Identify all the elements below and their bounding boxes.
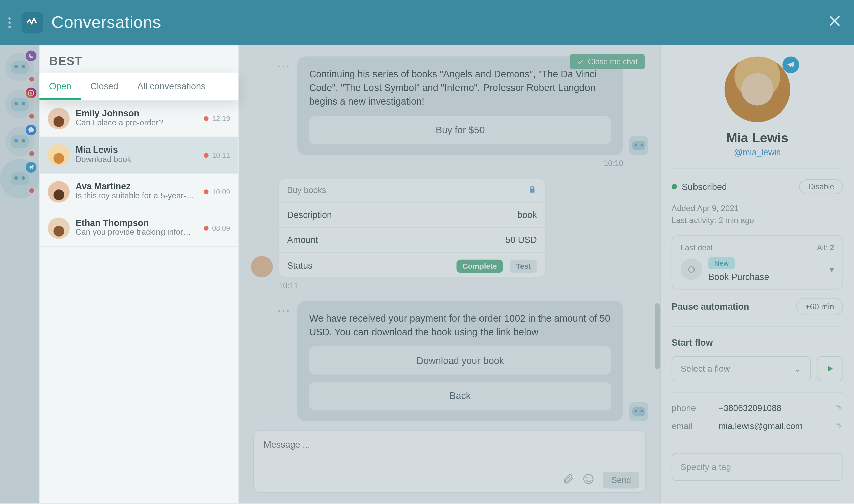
channel-rail <box>0 46 39 503</box>
message-time: 10:11 <box>278 281 545 290</box>
app-header: Conversations <box>0 0 854 46</box>
conv-preview: Download book <box>76 155 198 164</box>
bot-message: We have received your payment for the or… <box>297 301 623 421</box>
conv-preview: Is this toy suitable for a 5-year-old? <box>76 191 198 200</box>
close-chat-label: Close the chat <box>588 57 638 66</box>
deal-card[interactable]: Last deal All: 2 O New Book Purchase ▾ <box>672 235 843 289</box>
deal-name: Book Purchase <box>708 271 823 281</box>
rail-bot-telegram[interactable] <box>5 164 34 193</box>
deal-new-badge: New <box>708 257 734 269</box>
conversation-item[interactable]: Mia LewisDownload book 10:11 <box>39 137 238 174</box>
unread-dot <box>204 226 208 231</box>
flow-select[interactable]: Select a flow ⌄ <box>672 356 811 381</box>
tag-placeholder: Specify a tag <box>681 462 731 471</box>
conversation-item[interactable]: Emily JohnsonCan I place a pre-order? 12… <box>39 101 238 137</box>
disable-button[interactable]: Disable <box>799 179 843 194</box>
chevron-down-icon: ⌄ <box>794 363 801 373</box>
profile-handle[interactable]: @mia_lewis <box>734 147 781 157</box>
card-key: Amount <box>287 235 318 245</box>
back-button[interactable]: Back <box>309 382 611 410</box>
close-icon[interactable] <box>824 10 846 36</box>
email-value: mia.lewis@gmail.com <box>719 421 803 431</box>
profile-avatar <box>725 56 791 122</box>
unread-dot <box>204 116 208 121</box>
start-flow-button[interactable] <box>817 356 843 381</box>
unread-dot <box>28 187 35 194</box>
conv-time: 12:19 <box>212 114 230 123</box>
unread-dot <box>204 189 208 194</box>
last-activity: Last activity: 2 min ago <box>672 215 843 227</box>
scrollbar-thumb[interactable] <box>655 303 660 369</box>
lock-icon <box>527 184 537 196</box>
rail-bot-viber[interactable] <box>5 53 34 82</box>
status-complete-badge: Complete <box>457 259 503 272</box>
unread-dot <box>28 150 35 157</box>
chevron-down-icon[interactable]: ▾ <box>829 264 834 275</box>
header-menu-icon[interactable] <box>8 17 16 28</box>
flow-placeholder: Select a flow <box>681 363 730 373</box>
deal-all-label: All: <box>817 243 828 252</box>
user-avatar <box>251 256 273 277</box>
telegram-icon <box>25 162 36 173</box>
tag-input[interactable]: Specify a tag <box>672 453 843 480</box>
attach-icon[interactable] <box>562 473 574 487</box>
unread-dot <box>28 76 35 83</box>
pause-60-button[interactable]: +60 min <box>796 298 843 315</box>
svg-rect-0 <box>29 91 33 95</box>
phone-key: phone <box>672 403 719 413</box>
subscribed-label: Subscribed <box>682 182 727 192</box>
unread-dot <box>28 113 35 120</box>
rail-bot-instagram[interactable] <box>5 90 34 119</box>
emoji-icon[interactable] <box>582 473 595 487</box>
svg-point-3 <box>586 477 588 479</box>
card-title: Buy books <box>287 185 326 195</box>
conversation-tabs: Open Closed All conversations <box>39 73 238 101</box>
online-dot-icon <box>672 184 677 189</box>
avatar <box>48 144 70 166</box>
messenger-icon <box>25 125 36 136</box>
conv-time: 10:11 <box>212 151 230 160</box>
conv-name: Emily Johnson <box>76 108 198 118</box>
instagram-icon <box>25 88 36 98</box>
edit-icon[interactable]: ✎ <box>835 403 843 413</box>
message-text: We have received your payment for the or… <box>309 311 611 339</box>
card-key: Description <box>287 210 332 220</box>
download-button[interactable]: Download your book <box>309 346 611 375</box>
pause-automation-label: Pause automation <box>672 301 749 311</box>
message-time: 10:10 <box>603 159 623 167</box>
email-key: email <box>672 421 719 431</box>
message-menu-icon[interactable]: ⋯ <box>277 59 291 75</box>
avatar <box>48 217 70 239</box>
conversation-item[interactable]: Ethan ThompsonCan you provide tracking i… <box>39 210 238 247</box>
start-flow-label: Start flow <box>672 337 843 347</box>
buy-button[interactable]: Buy for $50 <box>309 116 611 144</box>
message-menu-icon[interactable]: ⋯ <box>277 303 291 319</box>
svg-point-1 <box>30 92 32 94</box>
tab-all[interactable]: All conversations <box>128 73 215 100</box>
added-date: Added Apr 9, 2021 <box>672 203 843 215</box>
details-column: Mia Lewis @mia_lewis Subscribed Disable … <box>660 46 854 503</box>
edit-icon[interactable]: ✎ <box>835 421 843 431</box>
tab-closed[interactable]: Closed <box>80 73 128 100</box>
message-input[interactable] <box>254 431 646 468</box>
conv-preview: Can I place a pre-order? <box>76 118 198 127</box>
close-chat-button[interactable]: Close the chat <box>570 54 645 69</box>
deal-avatar: O <box>681 258 703 280</box>
tab-open[interactable]: Open <box>39 73 80 100</box>
conversation-column: BEST Open Closed All conversations Emily… <box>39 46 239 503</box>
send-button[interactable]: Send <box>603 471 639 488</box>
conv-preview: Can you provide tracking informa... <box>76 228 198 237</box>
message-composer: Send <box>253 430 646 493</box>
conv-name: Mia Lewis <box>76 144 198 155</box>
rail-bot-messenger[interactable] <box>5 127 34 156</box>
group-header: BEST <box>39 46 238 73</box>
card-val: book <box>517 210 537 220</box>
viber-icon <box>25 51 36 61</box>
card-val: 50 USD <box>505 235 537 245</box>
bot-avatar-icon <box>629 402 648 421</box>
conv-name: Ava Martinez <box>76 181 198 191</box>
svg-point-4 <box>589 477 591 479</box>
conversation-item[interactable]: Ava MartinezIs this toy suitable for a 5… <box>39 174 238 210</box>
app-logo <box>22 12 43 34</box>
message-text: Continuing his series of books "Angels a… <box>309 67 611 109</box>
